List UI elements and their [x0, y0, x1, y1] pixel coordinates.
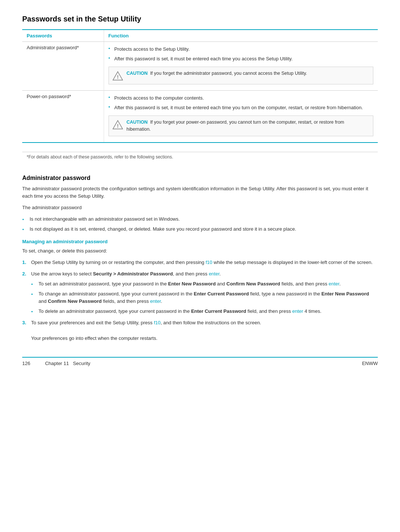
admin-property-1: Is not interchangeable with an administr… — [22, 215, 378, 223]
f10-keyword-1: f10 — [206, 260, 212, 265]
footer-page-number: 126 — [22, 361, 30, 366]
security-menu-path: Security > Administrator Password — [93, 271, 173, 277]
enter-keyword-2: enter — [329, 281, 339, 287]
footer-bar: 126 Chapter 11 Security ENWW — [22, 357, 378, 366]
step-2-bullet-2: To change an administrator password, typ… — [31, 290, 378, 306]
step-2-bullets: To set an administrator password, type y… — [31, 280, 378, 315]
steps-list: Open the Setup Utility by turning on or … — [22, 259, 378, 342]
poweron-bullet-1: Protects access to the computer contents… — [109, 94, 374, 103]
admin-property-list: Is not interchangeable with an administr… — [22, 215, 378, 233]
poweron-bullet-list: Protects access to the computer contents… — [109, 94, 374, 113]
admin-section-title: Administrator password — [22, 175, 378, 181]
password-name-poweron: Power-on password* — [22, 91, 104, 143]
step-3: To save your preferences and exit the Se… — [22, 319, 378, 342]
footer-left: 126 Chapter 11 Security — [22, 361, 90, 366]
svg-text:!: ! — [117, 74, 119, 80]
caution-label-poweron: CAUTION — [127, 120, 148, 125]
password-name-admin: Administrator password* — [22, 42, 104, 91]
svg-text:!: ! — [117, 123, 119, 129]
step-1: Open the Setup Utility by turning on or … — [22, 259, 378, 267]
admin-bullet-list: Protects access to the Setup Utility. Af… — [109, 45, 374, 64]
enter-current-pw-label-2: Enter Current Password — [191, 308, 246, 314]
caution-text-admin: CAUTION If you forget the administrator … — [127, 70, 307, 77]
step-2-bullet-3: To delete an administrator password, typ… — [31, 308, 378, 315]
enter-current-pw-label-1: Enter Current Password — [194, 291, 249, 297]
enter-keyword-4: enter — [292, 308, 303, 314]
final-para: Your preferences go into effect when the… — [31, 335, 157, 341]
enter-keyword-1: enter — [209, 271, 220, 277]
enter-keyword-3: enter — [150, 298, 161, 304]
table-header-function: Function — [104, 30, 378, 42]
admin-bullet-1: Protects access to the Setup Utility. — [109, 45, 374, 54]
admin-bullet-2: After this password is set, it must be e… — [109, 54, 374, 64]
caution-box-poweron: ! CAUTION If you forget your power-on pa… — [109, 116, 374, 136]
footer-chapter: Chapter 11 Security — [45, 361, 90, 366]
table-footnote: *For details about each of these passwor… — [22, 152, 378, 162]
admin-para-2: The administrator password — [22, 204, 378, 212]
caution-box-admin: ! CAUTION If you forget the administrato… — [109, 67, 374, 84]
step-2: Use the arrow keys to select Security > … — [22, 270, 378, 315]
confirm-new-pw-label-2: Confirm New Password — [48, 298, 101, 304]
caution-triangle-icon: ! — [113, 71, 123, 81]
password-table: Passwords Function Administrator passwor… — [22, 29, 378, 143]
managing-admin-title: Managing an administrator password — [22, 239, 378, 244]
f10-keyword-2: f10 — [154, 320, 160, 325]
footer-right: ENWW — [362, 361, 378, 366]
function-cell-poweron: Protects access to the computer contents… — [104, 91, 378, 143]
poweron-bullet-2: After this password is set, it must be e… — [109, 103, 374, 113]
table-row: Power-on password* Protects access to th… — [22, 91, 378, 143]
table-header-passwords: Passwords — [22, 30, 104, 42]
admin-para-1: The administrator password protects the … — [22, 185, 378, 201]
page-title: Passwords set in the Setup Utility — [22, 15, 378, 23]
confirm-new-pw-label-1: Confirm New Password — [226, 281, 280, 287]
enter-new-pw-label-2: Enter New Password — [321, 291, 369, 297]
admin-property-2: Is not displayed as it is set, entered, … — [22, 225, 378, 233]
table-row: Administrator password* Protects access … — [22, 42, 378, 91]
enter-new-pw-label-1: Enter New Password — [168, 281, 216, 287]
caution-label-admin: CAUTION — [127, 71, 148, 76]
caution-text-poweron: CAUTION If you forget your power-on pass… — [127, 119, 370, 133]
step-2-bullet-1: To set an administrator password, type y… — [31, 280, 378, 288]
subsection-intro: To set, change, or delete this password: — [22, 247, 378, 255]
caution-triangle-icon-2: ! — [113, 120, 123, 130]
function-cell-admin: Protects access to the Setup Utility. Af… — [104, 42, 378, 91]
